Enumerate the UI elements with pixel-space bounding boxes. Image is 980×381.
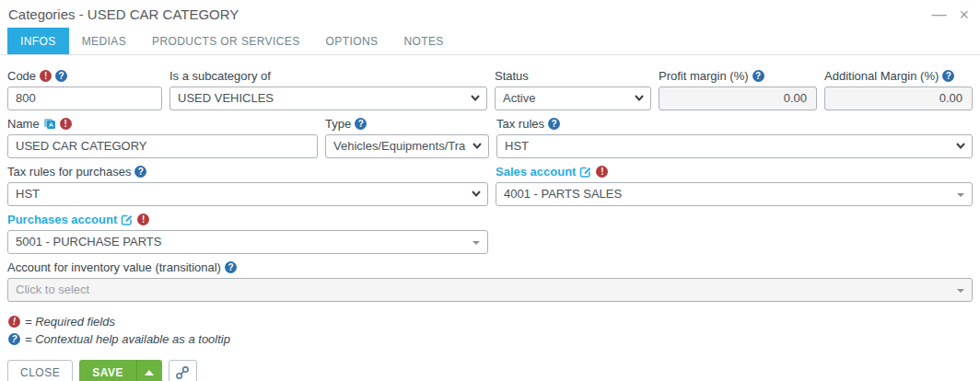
profit-margin-field-group: Profit margin (%) ? 0.00: [659, 69, 817, 110]
form-row-5: Account for inventory value (transitiona…: [7, 260, 973, 302]
tab-notes[interactable]: NOTES: [391, 28, 456, 54]
caret-up-icon: [145, 370, 154, 375]
chevron-down-icon: [956, 143, 965, 149]
help-icon: ?: [355, 118, 367, 130]
caret-down-icon: [957, 193, 964, 197]
dialog-header: Categories - USED CAR CATEGORY — ×: [0, 0, 980, 26]
save-split-button: SAVE: [79, 360, 162, 381]
tab-infos[interactable]: INFOS: [7, 28, 69, 54]
help-icon: ?: [55, 70, 67, 82]
help-icon: ?: [548, 118, 560, 130]
required-icon: !: [596, 166, 608, 178]
help-icon: ?: [752, 70, 764, 82]
close-icon[interactable]: ×: [959, 7, 969, 22]
type-label: Type ?: [325, 117, 489, 131]
required-icon: !: [60, 118, 72, 130]
help-icon: ?: [134, 166, 146, 178]
name-input[interactable]: USED CAR CATEGORY: [7, 134, 318, 158]
inventory-account-field-group: Account for inventory value (transitiona…: [7, 260, 973, 302]
tab-products-or-services[interactable]: PRODUCTS OR SERVICES: [139, 28, 312, 54]
tax-rules-purchases-select[interactable]: HST: [7, 182, 488, 206]
code-input[interactable]: 800: [7, 87, 162, 110]
purchases-account-label[interactable]: Purchases account !: [7, 213, 488, 226]
chevron-down-icon: [471, 95, 480, 101]
type-field-group: Type ? Vehicles/Equipments/Tra: [325, 117, 489, 158]
tax-rules-field-group: Tax rules ? HST: [496, 117, 973, 158]
edit-icon[interactable]: [121, 214, 134, 226]
minimize-icon[interactable]: —: [931, 7, 946, 22]
tax-rules-label: Tax rules ?: [496, 117, 973, 131]
additional-margin-label: Additional Margin (%) ?: [824, 69, 973, 83]
tab-options[interactable]: OPTIONS: [313, 28, 391, 54]
sales-account-label[interactable]: Sales account !: [496, 165, 973, 179]
name-label: Name !: [7, 117, 318, 131]
additional-margin-field-group: Additional Margin (%) ? 0.00: [824, 69, 973, 110]
legend-required: ! = Required fields: [8, 313, 980, 330]
chevron-down-icon: [472, 143, 482, 149]
inventory-account-select[interactable]: Click to select: [7, 278, 973, 302]
help-icon: ?: [225, 261, 237, 273]
link-icon: [175, 365, 190, 380]
window-controls: — ×: [931, 6, 969, 22]
translate-icon[interactable]: [43, 118, 56, 130]
save-button[interactable]: SAVE: [79, 360, 136, 381]
tax-rules-select[interactable]: HST: [496, 134, 973, 158]
chevron-down-icon: [472, 190, 481, 197]
caret-down-icon: [957, 289, 964, 293]
edit-icon[interactable]: [579, 166, 592, 179]
form-row-4: Purchases account ! 5001 - PURCHASE PART…: [7, 213, 973, 254]
save-options-button[interactable]: [136, 360, 162, 381]
legend: ! = Required fields ? = Contextual help …: [8, 313, 980, 348]
footer-actions: CLOSE SAVE: [7, 360, 980, 381]
sales-account-field-group: Sales account ! 4001 - PARTS SALES: [496, 165, 973, 206]
purchases-account-field-group: Purchases account ! 5001 - PURCHASE PART…: [7, 213, 488, 254]
tax-rules-purchases-field-group: Tax rules for purchases ? HST: [7, 165, 488, 206]
chevron-down-icon: [635, 95, 644, 101]
required-icon: !: [40, 70, 52, 82]
infos-form: Code ! ? 800 Is a subcategory of USED VE…: [0, 55, 980, 302]
additional-margin-input[interactable]: 0.00: [824, 87, 973, 110]
legend-help: ? = Contextual help available as a toolt…: [8, 330, 980, 348]
inventory-account-label: Account for inventory value (transitiona…: [7, 260, 973, 274]
required-icon: !: [8, 316, 20, 328]
subcategory-label: Is a subcategory of: [169, 69, 487, 83]
tab-bar: INFOS MEDIAS PRODUCTS OR SERVICES OPTION…: [0, 28, 980, 55]
subcategory-select[interactable]: USED VEHICLES: [169, 87, 487, 110]
close-button[interactable]: CLOSE: [7, 360, 73, 381]
name-field-group: Name ! USED CAR CATEGORY: [7, 117, 318, 158]
required-icon: !: [137, 214, 149, 225]
status-label: Status: [495, 69, 651, 83]
help-icon: ?: [8, 333, 20, 345]
status-field-group: Status Active: [495, 69, 651, 110]
dialog-title: Categories - USED CAR CATEGORY: [8, 6, 239, 22]
tax-rules-purchases-label: Tax rules for purchases ?: [7, 165, 488, 179]
code-label: Code ! ?: [7, 69, 162, 83]
form-row-2: Name ! USED CAR CATEGORY Type ? Vehicles…: [7, 117, 973, 158]
caret-down-icon: [472, 241, 480, 245]
type-select[interactable]: Vehicles/Equipments/Tra: [325, 134, 489, 158]
subcategory-field-group: Is a subcategory of USED VEHICLES: [169, 69, 487, 110]
link-button[interactable]: [169, 360, 197, 381]
code-field-group: Code ! ? 800: [7, 69, 162, 110]
purchases-account-select[interactable]: 5001 - PURCHASE PARTS: [7, 230, 488, 254]
sales-account-select[interactable]: 4001 - PARTS SALES: [496, 182, 973, 206]
profit-margin-label: Profit margin (%) ?: [659, 69, 817, 83]
profit-margin-input[interactable]: 0.00: [659, 87, 817, 110]
status-select[interactable]: Active: [495, 87, 651, 110]
form-row-1: Code ! ? 800 Is a subcategory of USED VE…: [7, 69, 973, 110]
tab-medias[interactable]: MEDIAS: [69, 28, 139, 54]
form-row-3: Tax rules for purchases ? HST Sales acco…: [7, 165, 973, 206]
help-icon: ?: [942, 70, 954, 82]
